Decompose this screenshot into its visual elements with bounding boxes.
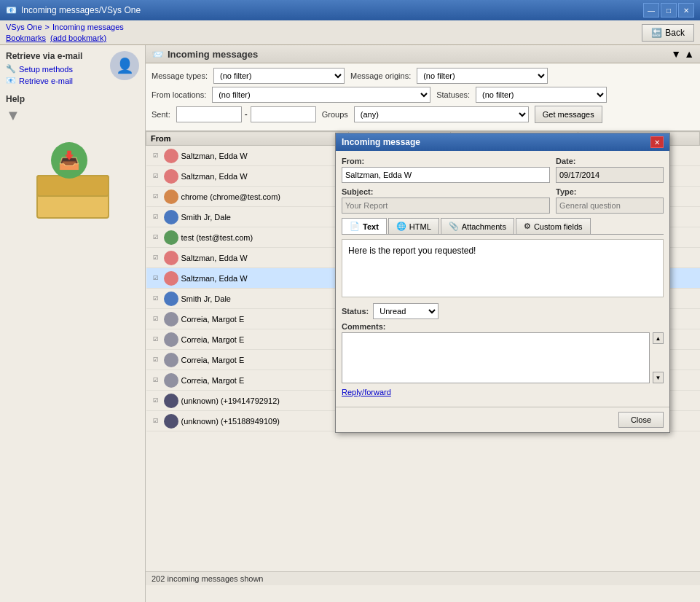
date-input (556, 167, 664, 183)
modal-footer: Close (336, 407, 669, 432)
html-tab-icon: 🌐 (396, 222, 406, 231)
message-content-area: Here is the report you requested! (342, 239, 664, 297)
tab-custom-fields[interactable]: ⚙ Custom fields (516, 218, 591, 234)
bookmark-bar: Bookmarks (add bookmark) (6, 34, 124, 42)
text-tab-icon: 📄 (350, 222, 360, 231)
back-icon: 🔙 (651, 28, 662, 38)
breadcrumb: VSys One > Incoming messages (6, 23, 124, 31)
user-avatar: 👤 (110, 51, 139, 80)
incoming-message-modal: Incoming message ✕ From: Date: (335, 133, 670, 433)
tab-attachments[interactable]: 📎 Attachments (441, 218, 514, 234)
title-bar: 📧 Incoming messages/VSys One — □ ✕ (0, 0, 700, 20)
title-bar-controls: — □ ✕ (643, 3, 694, 17)
subject-group: Subject: (342, 187, 550, 214)
type-input (556, 198, 664, 214)
retrieve-email-icon: 📧 (6, 76, 16, 85)
maximize-button[interactable]: □ (661, 3, 677, 17)
modal-from-date-row: From: Date: (342, 157, 664, 183)
status-row: Status: Unread Read Handled (342, 303, 664, 319)
comments-scroll-down[interactable]: ▼ (653, 372, 664, 383)
breadcrumb-vsys[interactable]: VSys One (6, 23, 42, 31)
close-window-button[interactable]: ✕ (678, 3, 694, 17)
status-dropdown[interactable]: Unread Read Handled (373, 303, 439, 319)
sidebar-image-area: 📥 (6, 138, 139, 226)
modal-title-bar: Incoming message ✕ (336, 133, 669, 151)
minimize-button[interactable]: — (643, 3, 659, 17)
modal-body: From: Date: Subject: (336, 151, 669, 407)
comments-textarea[interactable] (342, 332, 650, 383)
modal-subject-type-row: Subject: Type: (342, 187, 664, 214)
modal-overlay: Incoming message ✕ From: Date: (146, 45, 700, 602)
tab-html[interactable]: 🌐 HTML (388, 218, 439, 234)
app-icon: 📧 (6, 5, 17, 15)
setup-methods-icon: 🔧 (6, 64, 16, 74)
modal-title: Incoming message (342, 137, 420, 147)
comments-label: Comments: (342, 322, 664, 331)
add-bookmark-link[interactable]: (add bookmark) (50, 34, 106, 42)
sidebar-decorative-icon: 📥 (29, 138, 117, 226)
content-area: Retrieve via e-mail 🔧 Setup methods 📧 Re… (0, 45, 700, 602)
custom-fields-tab-icon: ⚙ (524, 222, 531, 231)
status-section: Status: Unread Read Handled Comments: (342, 303, 664, 383)
modal-close-button[interactable]: ✕ (650, 136, 664, 148)
from-group: From: (342, 157, 550, 183)
bookmarks-link[interactable]: Bookmarks (6, 34, 46, 42)
title-bar-left: 📧 Incoming messages/VSys One (6, 5, 141, 15)
back-button[interactable]: 🔙 Back (642, 24, 694, 42)
subject-input (342, 198, 550, 214)
help-label: Help (6, 94, 104, 104)
date-group: Date: (556, 157, 664, 183)
tab-text[interactable]: 📄 Text (342, 218, 387, 234)
reply-forward-link[interactable]: Reply/forward (342, 388, 664, 396)
from-input[interactable] (342, 167, 550, 183)
type-group: Type: (556, 187, 664, 214)
sidebar-item-setup-methods[interactable]: 🔧 Setup methods (6, 64, 104, 74)
modal-close-footer-button[interactable]: Close (618, 412, 664, 428)
subject-label: Subject: (342, 187, 550, 196)
sidebar-item-retrieve-email[interactable]: 📧 Retrieve e-mail (6, 76, 104, 85)
type-label: Type: (556, 187, 664, 196)
main-area: VSys 📨 Incoming messages ▼ ▲ Message typ… (146, 45, 700, 602)
nav-bar: VSys One > Incoming messages Bookmarks (… (0, 20, 700, 45)
breadcrumb-incoming[interactable]: Incoming messages (52, 23, 124, 31)
window-title: Incoming messages/VSys One (21, 5, 141, 15)
sidebar-title: Retrieve via e-mail (6, 51, 104, 61)
from-label: From: (342, 157, 550, 165)
sidebar: Retrieve via e-mail 🔧 Setup methods 📧 Re… (0, 45, 146, 602)
status-section-label: Status: (342, 307, 369, 316)
date-label: Date: (556, 157, 664, 165)
message-body-text: Here is the report you requested! (348, 246, 476, 256)
help-icon: ▼ (6, 107, 20, 124)
main-window: VSys One > Incoming messages Bookmarks (… (0, 20, 700, 602)
comments-scroll-up[interactable]: ▲ (653, 332, 664, 344)
tabs-bar: 📄 Text 🌐 HTML 📎 Attachments (342, 218, 664, 235)
attachments-tab-icon: 📎 (449, 222, 459, 231)
